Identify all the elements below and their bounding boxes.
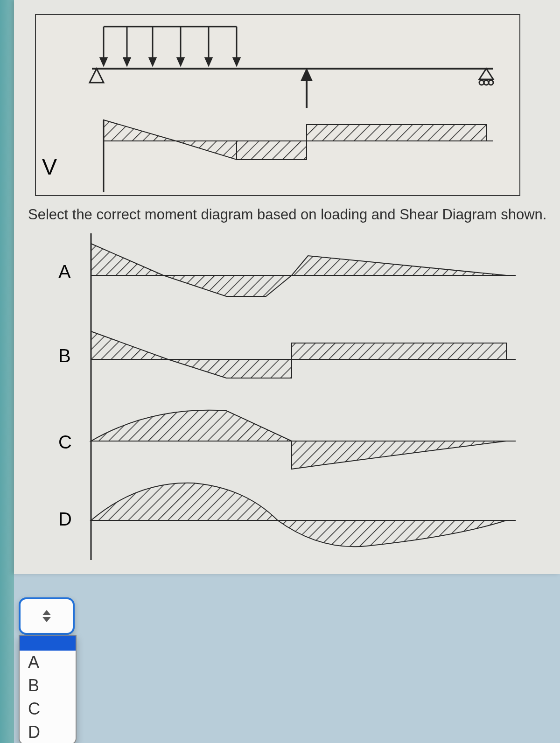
- shear-diagram-box: [35, 14, 520, 196]
- page-edge: [0, 0, 14, 743]
- dropdown-item-c[interactable]: C: [20, 697, 76, 721]
- svg-marker-17: [302, 70, 311, 80]
- svg-rect-27: [307, 125, 486, 141]
- dropdown-list[interactable]: A B C D: [19, 635, 77, 743]
- question-text: Select the correct moment diagram based …: [28, 206, 546, 223]
- dropdown-item-d[interactable]: D: [20, 721, 76, 743]
- dropdown-item-b[interactable]: B: [20, 674, 76, 697]
- svg-marker-9: [177, 58, 184, 65]
- svg-marker-15: [90, 69, 104, 83]
- option-label-b: B: [58, 345, 71, 366]
- svg-marker-24: [104, 120, 176, 141]
- answer-dropdown[interactable]: [19, 597, 79, 635]
- option-label-c: C: [58, 432, 72, 453]
- svg-marker-11: [205, 58, 212, 65]
- dropdown-field[interactable]: [19, 597, 75, 635]
- shear-diagram-svg: [36, 15, 521, 197]
- option-label-d: D: [58, 509, 72, 530]
- option-label-a: A: [58, 261, 71, 282]
- svg-point-21: [489, 80, 493, 85]
- svg-marker-25: [176, 141, 237, 160]
- stepper-icon: [42, 610, 51, 622]
- svg-marker-7: [149, 58, 156, 65]
- dropdown-item-a[interactable]: A: [20, 651, 76, 674]
- options-area: A B C D: [58, 233, 525, 560]
- svg-marker-18: [479, 69, 493, 79]
- svg-marker-36: [91, 331, 168, 359]
- options-svg: [58, 233, 525, 560]
- svg-marker-37: [168, 359, 292, 378]
- svg-rect-38: [292, 343, 506, 359]
- svg-marker-13: [233, 58, 240, 65]
- svg-marker-34: [292, 256, 506, 275]
- svg-marker-33: [163, 275, 292, 296]
- v-label: V: [42, 154, 57, 180]
- svg-marker-3: [100, 58, 107, 65]
- svg-marker-5: [124, 58, 130, 65]
- svg-marker-32: [91, 244, 163, 275]
- svg-rect-26: [237, 141, 307, 160]
- dropdown-item-blank[interactable]: [20, 636, 76, 651]
